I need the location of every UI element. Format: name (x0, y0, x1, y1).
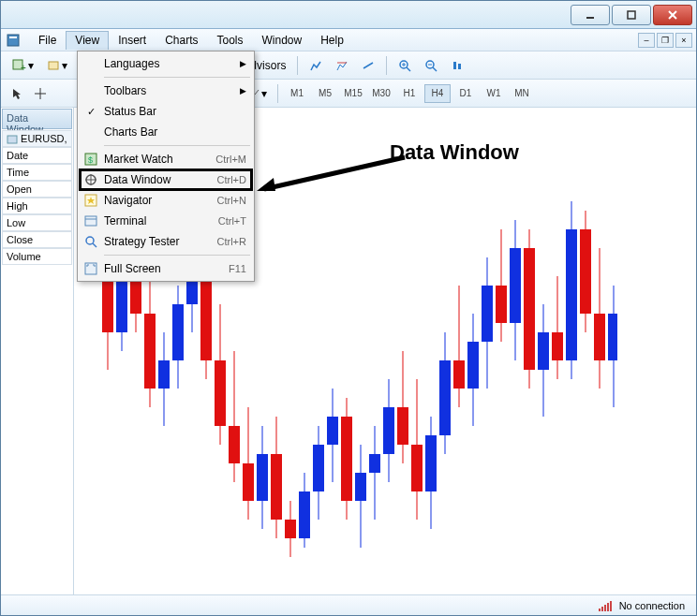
svg-rect-53 (271, 454, 282, 520)
profiles-button[interactable]: ▾ (42, 55, 72, 76)
timeframe-d1[interactable]: D1 (452, 84, 479, 103)
svg-rect-57 (299, 491, 310, 538)
svg-rect-61 (327, 417, 338, 445)
menu-item-navigator[interactable]: NavigatorCtrl+N (80, 190, 252, 211)
svg-rect-37 (158, 360, 170, 389)
chart-type-button[interactable] (446, 55, 468, 76)
timeframe-h4[interactable]: H4 (424, 84, 451, 103)
submenu-arrow-icon: ▶ (240, 59, 246, 68)
svg-rect-39 (172, 304, 184, 360)
data-row-volume: Volume (2, 248, 72, 265)
svg-rect-83 (482, 286, 493, 342)
menu-item-data-window[interactable]: Data WindowCtrl+D (80, 169, 252, 190)
new-chart-button[interactable]: +▾ (7, 55, 38, 76)
titlebar (1, 1, 696, 29)
child-minimize-button[interactable]: – (638, 33, 655, 48)
svg-rect-93 (552, 332, 563, 360)
cursor-button[interactable] (7, 83, 27, 104)
menu-insert[interactable]: Insert (109, 31, 156, 50)
svg-rect-49 (243, 463, 254, 501)
timeframe-w1[interactable]: W1 (481, 84, 507, 103)
menu-item-label: Full Screen (104, 262, 229, 275)
child-restore-button[interactable]: ❐ (657, 33, 674, 48)
svg-rect-75 (425, 435, 437, 491)
svg-point-111 (86, 237, 94, 244)
menu-item-label: Strategy Tester (104, 235, 217, 248)
menu-item-strategy-tester[interactable]: Strategy TesterCtrl+R (80, 231, 252, 252)
minimize-button[interactable] (571, 5, 610, 25)
svg-rect-69 (383, 407, 394, 454)
navigator-icon (83, 193, 98, 208)
zoom-out-button[interactable] (420, 55, 442, 76)
indicator-button-2[interactable] (331, 55, 353, 76)
menu-tools[interactable]: Tools (208, 31, 253, 50)
menu-item-shortcut: Ctrl+N (217, 195, 246, 206)
timeframe-m30[interactable]: M30 (368, 84, 394, 103)
annotation-arrow (257, 150, 408, 193)
menu-item-label: Charts Bar (104, 125, 246, 139)
menubar: FileViewInsertChartsToolsWindowHelp – ❐ … (1, 29, 696, 51)
annotation-label: Data Window (390, 140, 519, 165)
menu-item-shortcut: Ctrl+D (217, 174, 246, 185)
menu-item-charts-bar[interactable]: Charts Bar (80, 122, 252, 142)
svg-rect-8 (49, 62, 58, 69)
svg-rect-23 (458, 64, 461, 69)
menu-window[interactable]: Window (253, 31, 312, 50)
menu-item-market-watch[interactable]: $Market WatchCtrl+M (80, 149, 252, 169)
menu-item-terminal[interactable]: TerminalCtrl+T (80, 211, 252, 231)
indicator-button-1[interactable] (304, 55, 327, 76)
data-window-symbol: EURUSD, (2, 130, 72, 147)
submenu-arrow-icon: ▶ (240, 86, 246, 95)
svg-line-16 (407, 67, 410, 71)
close-button[interactable] (653, 5, 692, 25)
svg-rect-73 (411, 445, 423, 491)
svg-rect-47 (229, 426, 240, 463)
svg-line-20 (433, 67, 437, 71)
menu-item-label: Terminal (104, 214, 218, 227)
svg-rect-89 (524, 248, 535, 370)
statusbar: No connection (1, 594, 696, 615)
view-menu-dropdown: Languages▶Toolbars▶Status BarCharts Bar$… (77, 51, 255, 282)
svg-rect-85 (496, 286, 507, 323)
svg-rect-91 (538, 332, 549, 370)
svg-marker-115 (257, 178, 275, 191)
zoom-in-button[interactable] (393, 55, 416, 76)
menu-item-toolbars[interactable]: Toolbars▶ (80, 81, 252, 101)
svg-line-114 (264, 157, 405, 189)
data-row-open: Open (2, 181, 72, 198)
connection-status: No connection (619, 600, 685, 611)
menu-file[interactable]: File (29, 31, 66, 50)
svg-rect-1 (628, 11, 635, 19)
crosshair-button[interactable] (30, 83, 51, 104)
menu-item-full-screen[interactable]: Full ScreenF11 (80, 258, 252, 279)
menu-item-languages[interactable]: Languages▶ (80, 53, 252, 74)
data-row-time: Time (2, 164, 72, 181)
timeframe-m5[interactable]: M5 (312, 84, 338, 103)
menu-item-status-bar[interactable]: Status Bar (80, 101, 252, 122)
timeframe-h1[interactable]: H1 (396, 84, 423, 103)
svg-text:$: $ (88, 155, 93, 165)
fullscreen-icon (83, 261, 98, 276)
svg-rect-59 (313, 445, 324, 491)
timeframe-m1[interactable]: M1 (284, 84, 310, 103)
svg-line-112 (93, 243, 96, 247)
menu-help[interactable]: Help (311, 31, 353, 50)
timeframe-mn[interactable]: MN (509, 84, 535, 103)
svg-text:+: + (21, 63, 26, 73)
connection-signal-icon (599, 600, 612, 611)
menu-view[interactable]: View (66, 31, 109, 50)
menu-item-shortcut: F11 (229, 263, 246, 274)
svg-rect-97 (580, 229, 591, 314)
menu-item-shortcut: Ctrl+R (217, 236, 246, 247)
indicator-button-3[interactable] (357, 55, 379, 76)
app-logo-icon (5, 32, 22, 49)
svg-rect-4 (7, 35, 19, 46)
child-close-button[interactable]: × (675, 33, 692, 48)
market-watch-icon: $ (83, 152, 98, 167)
timeframe-m15[interactable]: M15 (340, 84, 366, 103)
svg-rect-65 (355, 473, 366, 501)
menu-item-label: Market Watch (104, 153, 215, 166)
maximize-button[interactable] (612, 5, 651, 25)
svg-rect-79 (453, 360, 465, 389)
menu-charts[interactable]: Charts (156, 31, 207, 50)
